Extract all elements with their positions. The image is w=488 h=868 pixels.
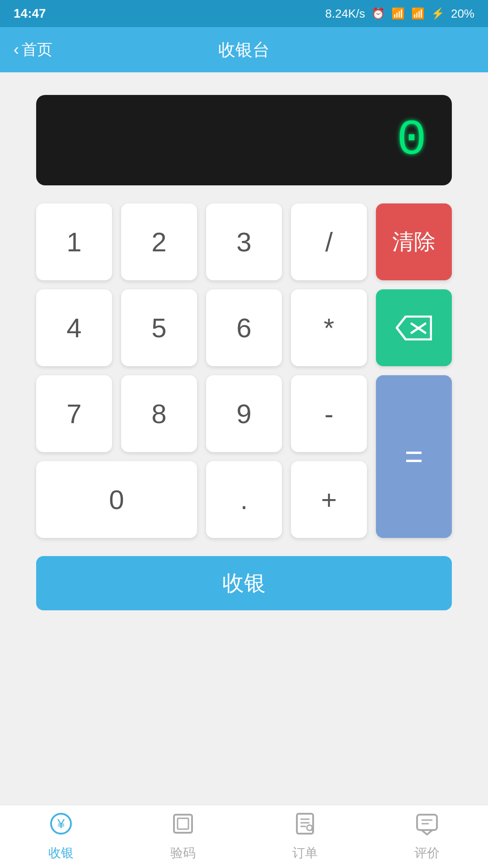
bottom-navigation: ¥ 收银 验码 订单 bbox=[0, 805, 488, 868]
key-7[interactable]: 7 bbox=[36, 375, 112, 452]
nav-item-review[interactable]: 评价 bbox=[366, 812, 488, 862]
key-equals[interactable]: = bbox=[376, 375, 452, 538]
key-dot[interactable]: . bbox=[206, 461, 282, 538]
key-minus[interactable]: - bbox=[291, 375, 367, 452]
svg-marker-15 bbox=[422, 830, 432, 835]
key-3[interactable]: 3 bbox=[206, 203, 282, 280]
key-multiply[interactable]: * bbox=[291, 289, 367, 366]
alarm-icon: ⏰ bbox=[371, 7, 385, 20]
signal-icon: 📶 bbox=[411, 7, 425, 20]
svg-rect-5 bbox=[174, 815, 192, 833]
backspace-icon bbox=[396, 316, 432, 340]
key-2[interactable]: 2 bbox=[121, 203, 197, 280]
orders-icon bbox=[293, 812, 317, 841]
nav-label-review: 评价 bbox=[414, 844, 440, 862]
verify-icon bbox=[171, 812, 195, 841]
key-9[interactable]: 9 bbox=[206, 375, 282, 452]
nav-label-orders: 订单 bbox=[292, 844, 318, 862]
key-4[interactable]: 4 bbox=[36, 289, 112, 366]
svg-text:¥: ¥ bbox=[57, 816, 65, 831]
battery-icon: ⚡ bbox=[431, 7, 445, 20]
keypad: 1 2 3 / 清除 4 5 6 * 7 8 9 - = 0 . + bbox=[36, 203, 452, 538]
battery-level: 20% bbox=[451, 7, 474, 21]
key-plus[interactable]: + bbox=[291, 461, 367, 538]
nav-label-cashier: 收银 bbox=[48, 844, 74, 862]
wifi-icon: 📶 bbox=[391, 7, 405, 20]
key-1[interactable]: 1 bbox=[36, 203, 112, 280]
back-chevron-icon: ‹ bbox=[14, 40, 19, 59]
key-divide[interactable]: / bbox=[291, 203, 367, 280]
key-clear[interactable]: 清除 bbox=[376, 203, 452, 280]
key-6[interactable]: 6 bbox=[206, 289, 282, 366]
back-label: 首页 bbox=[22, 39, 52, 60]
back-button[interactable]: ‹ 首页 bbox=[14, 39, 52, 60]
status-bar: 14:47 8.24K/s ⏰ 📶 📶 ⚡ 20% bbox=[0, 0, 488, 27]
svg-rect-14 bbox=[417, 815, 437, 830]
key-5[interactable]: 5 bbox=[121, 289, 197, 366]
cashier-icon: ¥ bbox=[49, 812, 73, 841]
header: ‹ 首页 收银台 bbox=[0, 27, 488, 72]
svg-rect-6 bbox=[178, 818, 188, 829]
nav-item-orders[interactable]: 订单 bbox=[244, 812, 366, 862]
review-icon bbox=[415, 812, 439, 841]
main-content: 0 1 2 3 / 清除 4 5 6 * 7 8 9 - = 0 . + bbox=[0, 72, 488, 610]
status-right: 8.24K/s ⏰ 📶 📶 ⚡ 20% bbox=[325, 7, 474, 21]
key-0[interactable]: 0 bbox=[36, 461, 197, 538]
nav-item-cashier[interactable]: ¥ 收银 bbox=[0, 812, 122, 862]
nav-item-verify[interactable]: 验码 bbox=[122, 812, 244, 862]
nav-label-verify: 验码 bbox=[170, 844, 196, 862]
checkout-button[interactable]: 收银 bbox=[36, 556, 452, 610]
key-backspace[interactable] bbox=[376, 289, 452, 366]
status-time: 14:47 bbox=[14, 6, 46, 21]
display-value: 0 bbox=[397, 112, 429, 169]
header-title: 收银台 bbox=[218, 38, 270, 61]
network-speed: 8.24K/s bbox=[325, 7, 365, 21]
key-8[interactable]: 8 bbox=[121, 375, 197, 452]
calculator-display: 0 bbox=[36, 95, 452, 185]
